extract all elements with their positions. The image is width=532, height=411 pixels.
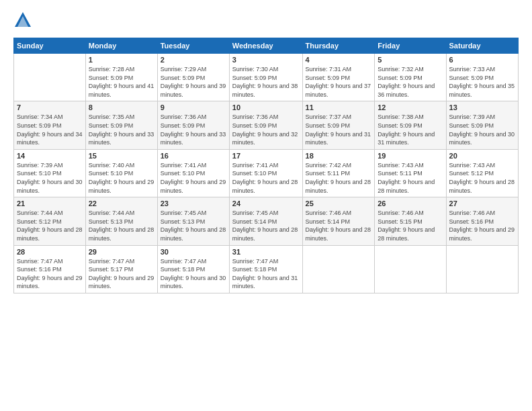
day-cell [302,245,375,293]
day-cell: 27Sunrise: 7:46 AMSunset: 5:16 PMDayligh… [446,197,518,245]
day-number: 19 [378,152,443,160]
day-number: 3 [232,56,300,64]
day-info: Sunrise: 7:47 AMSunset: 5:18 PMDaylight:… [161,257,226,291]
day-cell: 20Sunrise: 7:43 AMSunset: 5:12 PMDayligh… [446,149,518,197]
day-info: Sunrise: 7:38 AMSunset: 5:09 PMDaylight:… [378,113,443,146]
day-info: Sunrise: 7:47 AMSunset: 5:17 PMDaylight:… [89,257,154,291]
day-info: Sunrise: 7:36 AMSunset: 5:09 PMDaylight:… [232,113,300,146]
day-number: 31 [232,248,300,256]
day-number: 13 [449,103,515,111]
day-number: 15 [89,152,154,160]
day-cell [14,54,86,101]
day-cell: 2Sunrise: 7:29 AMSunset: 5:09 PMDaylight… [157,54,229,101]
day-info: Sunrise: 7:32 AMSunset: 5:09 PMDaylight:… [378,65,443,99]
day-cell: 28Sunrise: 7:47 AMSunset: 5:16 PMDayligh… [14,245,86,293]
day-info: Sunrise: 7:44 AMSunset: 5:12 PMDaylight:… [17,209,83,242]
day-number: 1 [89,56,154,64]
day-cell: 1Sunrise: 7:28 AMSunset: 5:09 PMDaylight… [85,54,157,101]
day-number: 23 [161,199,226,208]
day-cell: 30Sunrise: 7:47 AMSunset: 5:18 PMDayligh… [157,245,229,293]
day-number: 18 [306,152,372,160]
day-number: 27 [449,199,515,208]
day-cell: 23Sunrise: 7:45 AMSunset: 5:13 PMDayligh… [157,197,229,245]
day-info: Sunrise: 7:42 AMSunset: 5:11 PMDaylight:… [306,161,372,195]
day-info: Sunrise: 7:47 AMSunset: 5:16 PMDaylight:… [17,257,83,291]
day-cell: 7Sunrise: 7:34 AMSunset: 5:09 PMDaylight… [14,101,86,149]
day-number: 28 [17,248,83,256]
day-info: Sunrise: 7:28 AMSunset: 5:09 PMDaylight:… [89,65,154,99]
weekday-monday: Monday [85,38,157,54]
day-info: Sunrise: 7:45 AMSunset: 5:14 PMDaylight:… [232,209,300,242]
day-cell: 18Sunrise: 7:42 AMSunset: 5:11 PMDayligh… [302,149,375,197]
day-info: Sunrise: 7:39 AMSunset: 5:09 PMDaylight:… [449,113,515,146]
week-row-2: 14Sunrise: 7:39 AMSunset: 5:10 PMDayligh… [14,149,519,197]
day-number: 14 [17,152,83,160]
day-number: 10 [232,103,300,111]
weekday-tuesday: Tuesday [157,38,229,54]
day-number: 24 [232,199,300,208]
day-cell: 10Sunrise: 7:36 AMSunset: 5:09 PMDayligh… [229,101,302,149]
day-number: 30 [161,248,226,256]
day-cell: 19Sunrise: 7:43 AMSunset: 5:11 PMDayligh… [375,149,446,197]
day-cell: 13Sunrise: 7:39 AMSunset: 5:09 PMDayligh… [446,101,518,149]
day-info: Sunrise: 7:41 AMSunset: 5:10 PMDaylight:… [232,161,300,195]
day-info: Sunrise: 7:43 AMSunset: 5:11 PMDaylight:… [378,161,443,195]
day-cell: 22Sunrise: 7:44 AMSunset: 5:13 PMDayligh… [85,197,157,245]
day-info: Sunrise: 7:40 AMSunset: 5:10 PMDaylight:… [89,161,154,195]
logo [13,11,35,30]
week-row-4: 28Sunrise: 7:47 AMSunset: 5:16 PMDayligh… [14,245,519,293]
day-cell: 4Sunrise: 7:31 AMSunset: 5:09 PMDaylight… [302,54,375,101]
day-info: Sunrise: 7:30 AMSunset: 5:09 PMDaylight:… [232,65,300,99]
day-number: 17 [232,152,300,160]
logo-icon [13,11,32,30]
day-info: Sunrise: 7:37 AMSunset: 5:09 PMDaylight:… [306,113,372,146]
day-info: Sunrise: 7:47 AMSunset: 5:18 PMDaylight:… [232,257,300,291]
day-cell: 6Sunrise: 7:33 AMSunset: 5:09 PMDaylight… [446,54,518,101]
day-number: 12 [378,103,443,111]
day-number: 29 [89,248,154,256]
day-cell: 26Sunrise: 7:46 AMSunset: 5:15 PMDayligh… [375,197,446,245]
day-number: 20 [449,152,515,160]
day-cell: 29Sunrise: 7:47 AMSunset: 5:17 PMDayligh… [85,245,157,293]
day-cell: 9Sunrise: 7:36 AMSunset: 5:09 PMDaylight… [157,101,229,149]
day-cell: 12Sunrise: 7:38 AMSunset: 5:09 PMDayligh… [375,101,446,149]
day-number: 21 [17,199,83,208]
day-number: 8 [89,103,154,111]
day-cell: 5Sunrise: 7:32 AMSunset: 5:09 PMDaylight… [375,54,446,101]
day-info: Sunrise: 7:46 AMSunset: 5:14 PMDaylight:… [306,209,372,242]
weekday-friday: Friday [375,38,446,54]
day-number: 5 [378,56,443,64]
day-info: Sunrise: 7:34 AMSunset: 5:09 PMDaylight:… [17,113,83,146]
day-info: Sunrise: 7:36 AMSunset: 5:09 PMDaylight:… [161,113,226,146]
day-cell: 17Sunrise: 7:41 AMSunset: 5:10 PMDayligh… [229,149,302,197]
calendar: SundayMondayTuesdayWednesdayThursdayFrid… [13,38,519,293]
day-cell: 3Sunrise: 7:30 AMSunset: 5:09 PMDaylight… [229,54,302,101]
day-info: Sunrise: 7:45 AMSunset: 5:13 PMDaylight:… [161,209,226,242]
day-number: 22 [89,199,154,208]
day-info: Sunrise: 7:41 AMSunset: 5:10 PMDaylight:… [161,161,226,195]
header [13,11,519,30]
weekday-saturday: Saturday [446,38,518,54]
day-number: 6 [449,56,515,64]
page: SundayMondayTuesdayWednesdayThursdayFrid… [0,0,532,411]
day-number: 9 [161,103,226,111]
day-number: 11 [306,103,372,111]
day-cell: 8Sunrise: 7:35 AMSunset: 5:09 PMDaylight… [85,101,157,149]
day-number: 2 [161,56,226,64]
day-info: Sunrise: 7:35 AMSunset: 5:09 PMDaylight:… [89,113,154,146]
day-cell: 31Sunrise: 7:47 AMSunset: 5:18 PMDayligh… [229,245,302,293]
week-row-0: 1Sunrise: 7:28 AMSunset: 5:09 PMDaylight… [14,54,519,101]
day-info: Sunrise: 7:46 AMSunset: 5:16 PMDaylight:… [449,209,515,242]
day-number: 4 [306,56,372,64]
day-info: Sunrise: 7:46 AMSunset: 5:15 PMDaylight:… [378,209,443,242]
day-info: Sunrise: 7:29 AMSunset: 5:09 PMDaylight:… [161,65,226,99]
day-cell [446,245,518,293]
week-row-3: 21Sunrise: 7:44 AMSunset: 5:12 PMDayligh… [14,197,519,245]
weekday-wednesday: Wednesday [229,38,302,54]
day-cell: 14Sunrise: 7:39 AMSunset: 5:10 PMDayligh… [14,149,86,197]
day-number: 26 [378,199,443,208]
day-cell: 16Sunrise: 7:41 AMSunset: 5:10 PMDayligh… [157,149,229,197]
weekday-sunday: Sunday [14,38,86,54]
day-info: Sunrise: 7:43 AMSunset: 5:12 PMDaylight:… [449,161,515,195]
day-cell: 25Sunrise: 7:46 AMSunset: 5:14 PMDayligh… [302,197,375,245]
